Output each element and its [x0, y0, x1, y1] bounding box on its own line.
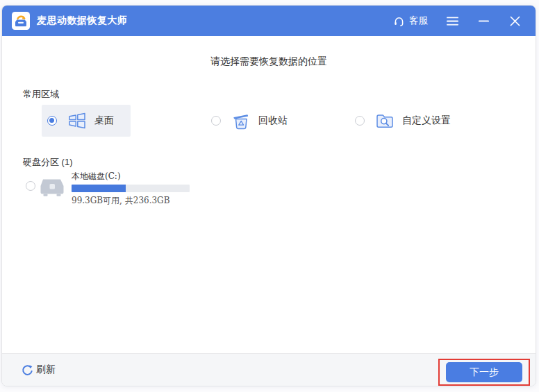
- disk-row-c-drive[interactable]: 本地磁盘(C:) 99.3GB可用, 共236.3GB: [26, 171, 190, 207]
- title-bar: 麦思动数据恢复大师 客服: [2, 6, 536, 36]
- refresh-button[interactable]: 刷新: [22, 364, 56, 376]
- hamburger-menu-icon: [447, 17, 458, 26]
- custom-settings-label: 自定义设置: [402, 114, 451, 127]
- main-content: 请选择需要恢复数据的位置 常用区域 桌面: [2, 36, 536, 355]
- app-window: 麦思动数据恢复大师 客服: [1, 5, 536, 386]
- footer-bar: 刷新 下一步: [2, 353, 536, 386]
- disk-capacity: 99.3GB可用, 共236.3GB: [72, 195, 190, 207]
- close-icon: [510, 16, 520, 26]
- option-recycle-bin[interactable]: 回收站: [206, 105, 288, 137]
- desktop-label: 桌面: [94, 114, 114, 127]
- common-options-row: 桌面 回收站 自定义设置: [2, 105, 536, 137]
- hard-drive-icon: [38, 174, 67, 199]
- page-title: 请选择需要恢复数据的位置: [2, 56, 536, 68]
- app-logo-icon: [12, 12, 30, 30]
- refresh-icon: [22, 364, 33, 376]
- disk-usage-bar: [72, 185, 190, 192]
- recycle-bin-label: 回收站: [258, 114, 288, 127]
- support-label: 客服: [409, 15, 428, 27]
- disk-usage-fill: [72, 185, 126, 192]
- windows-grid-icon: [67, 110, 88, 131]
- annotation-highlight-box: 下一步: [438, 359, 530, 386]
- disk-info: 本地磁盘(C:) 99.3GB可用, 共236.3GB: [72, 171, 190, 207]
- minimize-icon: [479, 20, 489, 22]
- disk-name: 本地磁盘(C:): [72, 171, 190, 182]
- app-title: 麦思动数据恢复大师: [37, 15, 128, 27]
- disk-radio[interactable]: [26, 181, 35, 191]
- menu-button[interactable]: [445, 14, 459, 28]
- headset-icon: [393, 15, 405, 27]
- recycle-bin-radio[interactable]: [211, 116, 221, 126]
- option-custom-settings[interactable]: 自定义设置: [349, 105, 451, 137]
- close-button[interactable]: [508, 14, 522, 28]
- folder-search-icon: [374, 110, 395, 131]
- minimize-button[interactable]: [476, 14, 490, 28]
- option-desktop[interactable]: 桌面: [42, 105, 131, 137]
- recycle-bin-icon: [231, 110, 251, 131]
- refresh-label: 刷新: [36, 364, 56, 376]
- support-button[interactable]: 客服: [393, 15, 428, 27]
- partition-section-label: 硬盘分区 (1): [23, 156, 73, 169]
- common-area-section-label: 常用区域: [23, 88, 59, 101]
- next-button[interactable]: 下一步: [446, 362, 522, 382]
- desktop-radio[interactable]: [47, 116, 57, 126]
- custom-settings-radio[interactable]: [355, 116, 365, 126]
